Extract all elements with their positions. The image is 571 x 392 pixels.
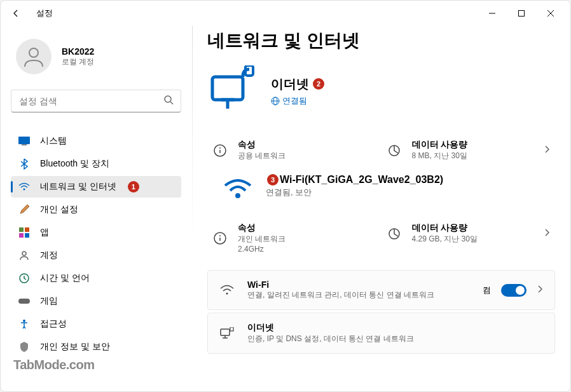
arrow-left-icon [11, 8, 21, 18]
chevron-right-icon [544, 145, 550, 156]
search-icon [163, 95, 174, 107]
svg-point-5 [165, 96, 171, 102]
svg-point-26 [219, 147, 221, 149]
info-icon [212, 143, 228, 158]
sidebar-item-time[interactable]: 시간 및 언어 [11, 267, 181, 289]
svg-point-14 [22, 252, 26, 255]
sidebar-item-label: 시스템 [40, 135, 67, 147]
svg-rect-13 [25, 233, 29, 238]
titlebar: 설정 [1, 1, 570, 26]
ethernet-icon [207, 65, 258, 116]
svg-rect-18 [212, 77, 243, 100]
ethernet-usage[interactable]: 데이터 사용량 8 MB, 지난 30일 [382, 132, 556, 169]
user-name: BK2022 [62, 46, 94, 57]
ethernet-status-text: 연결됨 [282, 95, 307, 107]
back-button[interactable] [6, 3, 26, 24]
sidebar-item-label: 앱 [40, 227, 49, 238]
sidebar-item-label: 개인 정보 및 보안 [40, 341, 110, 353]
sidebar-item-label: 시간 및 언어 [40, 273, 90, 284]
sidebar-item-gaming[interactable]: 게임 [11, 290, 181, 312]
svg-rect-35 [221, 329, 230, 335]
globe-icon [271, 97, 280, 105]
wifi-toggle[interactable] [501, 284, 526, 297]
sidebar-item-accessibility[interactable]: 접근성 [11, 313, 181, 335]
brush-icon [18, 204, 30, 215]
window-title: 설정 [36, 8, 53, 19]
chevron-right-icon [544, 228, 550, 240]
user-icon [21, 44, 46, 69]
svg-rect-12 [19, 233, 24, 238]
svg-point-29 [235, 193, 240, 198]
svg-line-6 [170, 102, 173, 104]
sidebar-item-system[interactable]: 시스템 [11, 130, 181, 152]
badge: 1 [128, 181, 139, 193]
close-button[interactable] [536, 3, 565, 24]
wifi-status: 연결됨, 보안 [266, 187, 443, 198]
clock-icon [18, 273, 30, 284]
svg-point-9 [24, 189, 25, 191]
usage-sub: 4.29 GB, 지난 30일 [412, 234, 478, 245]
accessibility-icon [18, 318, 30, 330]
svg-point-17 [23, 320, 25, 322]
info-icon [212, 231, 228, 246]
user-section[interactable]: BK2022 로컬 계정 [11, 34, 181, 87]
properties-label: 속성 [238, 222, 286, 234]
sidebar-item-label: 개인 설정 [40, 204, 78, 215]
main-content: 네트워크 및 인터넷 이더넷 2 [191, 26, 570, 391]
properties-sub: 공용 네트워크 [238, 151, 286, 161]
wifi-current: 3 Wi-Fi(KT_GiGA_2G_Wave2_03B2) 연결됨, 보안 [207, 169, 555, 210]
chevron-right-icon [537, 285, 543, 296]
nav-list: 시스템 Bluetooth 및 장치 네트워크 및 인터넷 1 개인 설정 [11, 130, 181, 358]
wifi-properties[interactable]: 속성 개인 네트워크 2.4GHz [207, 215, 382, 261]
svg-rect-7 [18, 137, 30, 144]
toggle-label: 켬 [483, 285, 491, 296]
sidebar-item-label: Bluetooth 및 장치 [40, 158, 109, 170]
svg-rect-1 [519, 11, 525, 17]
sidebar-item-label: 네트워크 및 인터넷 [40, 181, 116, 193]
accounts-icon [18, 250, 30, 261]
svg-rect-10 [19, 227, 24, 232]
usage-label: 데이터 사용량 [412, 222, 478, 234]
svg-point-34 [226, 292, 228, 294]
page-title: 네트워크 및 인터넷 [207, 29, 555, 53]
close-icon [547, 10, 554, 17]
wifi-card-sub: 연결, 알려진 네트워크 관리, 데이터 통신 연결 네트워크 [247, 290, 470, 301]
ethernet-title: 이더넷 [271, 76, 309, 93]
avatar [16, 39, 52, 74]
minimize-button[interactable] [478, 3, 507, 24]
sidebar-item-label: 접근성 [40, 318, 67, 330]
svg-point-31 [219, 235, 221, 236]
sidebar-item-privacy[interactable]: 개인 정보 및 보안 [11, 336, 181, 358]
search-box [11, 90, 181, 112]
properties-sub2: 2.4GHz [238, 245, 286, 253]
wifi-icon [219, 283, 235, 298]
minimize-icon [489, 10, 495, 17]
sidebar-item-apps[interactable]: 앱 [11, 222, 181, 243]
usage-sub: 8 MB, 지난 30일 [412, 151, 468, 161]
apps-icon [18, 227, 30, 238]
wifi-settings-card[interactable]: Wi-Fi 연결, 알려진 네트워크 관리, 데이터 통신 연결 네트워크 켬 [207, 270, 555, 310]
bluetooth-icon [18, 158, 30, 170]
sidebar: BK2022 로컬 계정 시스템 Bluetooth 및 장치 [1, 26, 191, 391]
search-input[interactable] [11, 90, 181, 112]
gaming-icon [18, 295, 30, 307]
sidebar-item-personalization[interactable]: 개인 설정 [11, 199, 181, 220]
sidebar-item-network[interactable]: 네트워크 및 인터넷 1 [11, 176, 181, 198]
sidebar-item-bluetooth[interactable]: Bluetooth 및 장치 [11, 153, 181, 175]
wifi-icon [223, 174, 253, 205]
maximize-button[interactable] [507, 3, 536, 24]
svg-rect-8 [22, 144, 27, 145]
sidebar-item-accounts[interactable]: 계정 [11, 245, 181, 266]
badge: 2 [313, 78, 324, 90]
maximize-icon [518, 10, 525, 17]
ethernet-card-title: 이더넷 [247, 322, 476, 334]
ethernet-settings-card[interactable]: 이더넷 인증, IP 및 DNS 설정, 데이터 통신 연결 네트워크 [207, 313, 555, 354]
wifi-usage[interactable]: 데이터 사용량 4.29 GB, 지난 30일 [382, 215, 556, 252]
sidebar-item-label: 계정 [40, 250, 58, 261]
ethernet-card-sub: 인증, IP 및 DNS 설정, 데이터 통신 연결 네트워크 [247, 334, 476, 344]
wifi-icon [18, 181, 30, 193]
chart-icon [387, 143, 402, 158]
ethernet-properties[interactable]: 속성 공용 네트워크 [207, 132, 382, 169]
svg-point-4 [29, 48, 38, 57]
svg-rect-38 [230, 327, 233, 331]
